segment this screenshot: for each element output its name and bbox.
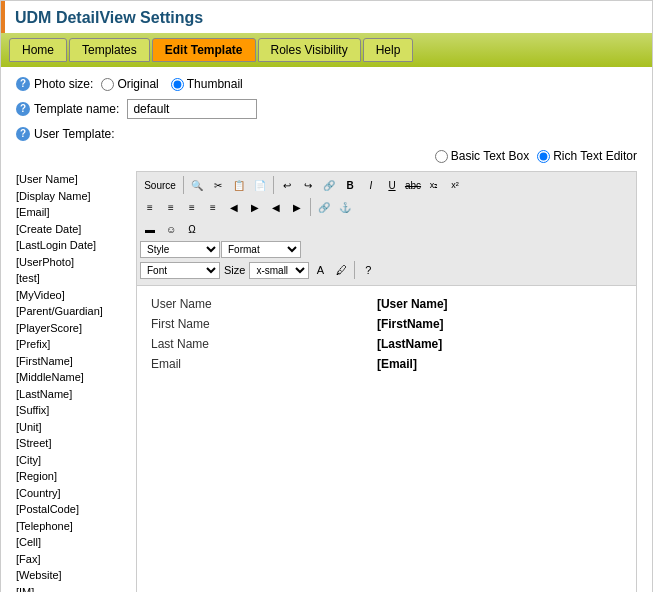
page-wrapper: UDM DetailView Settings HomeTemplatesEdi… — [0, 0, 653, 592]
field-item[interactable]: [Website] — [16, 567, 126, 584]
copy-btn[interactable]: 📋 — [229, 175, 249, 195]
photo-size-options: Original Thumbnail — [101, 77, 242, 91]
field-item[interactable]: [Region] — [16, 468, 126, 485]
field-item[interactable]: [Telephone] — [16, 518, 126, 535]
table-row: Last Name[LastName] — [145, 334, 628, 354]
field-item[interactable]: [Create Date] — [16, 221, 126, 238]
subscript-btn[interactable]: x₂ — [424, 175, 444, 195]
user-template-label: User Template: — [34, 127, 114, 141]
cut-btn[interactable]: ✂ — [208, 175, 228, 195]
field-item[interactable]: [Display Name] — [16, 188, 126, 205]
photo-size-help-icon[interactable]: ? — [16, 77, 30, 91]
field-item[interactable]: [Unit] — [16, 419, 126, 436]
search-btn[interactable]: 🔍 — [187, 175, 207, 195]
editor-mode-rich-radio[interactable] — [537, 150, 550, 163]
sep2 — [273, 176, 274, 194]
link-btn[interactable]: 🔗 — [319, 175, 339, 195]
outdent-btn[interactable]: ≡ — [182, 197, 202, 217]
table-row: User Name[User Name] — [145, 294, 628, 314]
font-select[interactable]: Font — [140, 262, 220, 279]
bold-btn[interactable]: B — [340, 175, 360, 195]
size-select[interactable]: x-small — [249, 262, 309, 279]
insert-link-btn[interactable]: 🔗 — [314, 197, 334, 217]
field-item[interactable]: [Cell] — [16, 534, 126, 551]
superscript-btn[interactable]: x² — [445, 175, 465, 195]
field-item[interactable]: [Country] — [16, 485, 126, 502]
field-list: [User Name][Display Name][Email][Create … — [16, 171, 126, 592]
nav-tab-roles-visibility[interactable]: Roles Visibility — [258, 38, 361, 62]
font-color-btn[interactable]: A — [310, 260, 330, 280]
field-item[interactable]: [FirstName] — [16, 353, 126, 370]
table-cell-value: [LastName] — [371, 334, 628, 354]
bg-color-btn[interactable]: 🖊 — [331, 260, 351, 280]
field-item[interactable]: [Street] — [16, 435, 126, 452]
photo-size-original-radio[interactable] — [101, 78, 114, 91]
template-name-input[interactable] — [127, 99, 257, 119]
nav-tab-edit-template[interactable]: Edit Template — [152, 38, 256, 62]
table-row: Email[Email] — [145, 354, 628, 374]
editor-body[interactable]: User Name[User Name]First Name[FirstName… — [137, 286, 636, 486]
underline-btn[interactable]: U — [382, 175, 402, 195]
size-label: Size — [224, 264, 245, 276]
nav-tab-templates[interactable]: Templates — [69, 38, 150, 62]
align-center-btn[interactable]: ▶ — [245, 197, 265, 217]
ul-btn[interactable]: ≡ — [161, 197, 181, 217]
editor-mode-row: Basic Text Box Rich Text Editor — [16, 149, 637, 163]
field-item[interactable]: [City] — [16, 452, 126, 469]
indent-btn[interactable]: ≡ — [203, 197, 223, 217]
ol-btn[interactable]: ≡ — [140, 197, 160, 217]
smiley-btn[interactable]: ☺ — [161, 219, 181, 239]
toolbar-row-2: ≡ ≡ ≡ ≡ ◀ ▶ ◀ ▶ 🔗 ⚓ — [140, 197, 633, 217]
align-right-btn[interactable]: ◀ — [266, 197, 286, 217]
photo-size-thumbnail-radio[interactable] — [171, 78, 184, 91]
template-name-label: Template name: — [34, 102, 119, 116]
sep4 — [354, 261, 355, 279]
hr-btn[interactable]: ▬ — [140, 219, 160, 239]
style-select[interactable]: Style — [140, 241, 220, 258]
italic-btn[interactable]: I — [361, 175, 381, 195]
template-name-help-icon[interactable]: ? — [16, 102, 30, 116]
editor-mode-basic-radio[interactable] — [435, 150, 448, 163]
field-item[interactable]: [LastLogin Date] — [16, 237, 126, 254]
field-item[interactable]: [Suffix] — [16, 402, 126, 419]
field-item[interactable]: [PostalCode] — [16, 501, 126, 518]
field-item[interactable]: [Fax] — [16, 551, 126, 568]
strikethrough-btn[interactable]: abc — [403, 175, 423, 195]
photo-size-row: ? Photo size: Original Thumbnail — [16, 77, 637, 91]
field-item[interactable]: [PlayerScore] — [16, 320, 126, 337]
field-item[interactable]: [MiddleName] — [16, 369, 126, 386]
template-name-row: ? Template name: — [16, 99, 637, 119]
undo-btn[interactable]: ↩ — [277, 175, 297, 195]
field-item[interactable]: [LastName] — [16, 386, 126, 403]
photo-size-thumbnail-option[interactable]: Thumbnail — [171, 77, 243, 91]
table-cell-label: First Name — [145, 314, 371, 334]
table-cell-value: [FirstName] — [371, 314, 628, 334]
help-editor-btn[interactable]: ? — [358, 260, 378, 280]
paste-btn[interactable]: 📄 — [250, 175, 270, 195]
field-item[interactable]: [Parent/Guardian] — [16, 303, 126, 320]
photo-size-original-label: Original — [117, 77, 158, 91]
align-left-btn[interactable]: ◀ — [224, 197, 244, 217]
source-btn[interactable]: Source — [140, 175, 180, 195]
special-char-btn[interactable]: Ω — [182, 219, 202, 239]
nav-tab-home[interactable]: Home — [9, 38, 67, 62]
field-item[interactable]: [test] — [16, 270, 126, 287]
align-justify-btn[interactable]: ▶ — [287, 197, 307, 217]
field-item[interactable]: [UserPhoto] — [16, 254, 126, 271]
photo-size-original-option[interactable]: Original — [101, 77, 158, 91]
editor-mode-rich-label: Rich Text Editor — [553, 149, 637, 163]
field-item[interactable]: [Email] — [16, 204, 126, 221]
editor-mode-rich-option[interactable]: Rich Text Editor — [537, 149, 637, 163]
editor-mode-basic-option[interactable]: Basic Text Box — [435, 149, 529, 163]
user-template-help-icon[interactable]: ? — [16, 127, 30, 141]
table-cell-label: User Name — [145, 294, 371, 314]
format-select[interactable]: Format — [221, 241, 301, 258]
field-item[interactable]: [MyVideo] — [16, 287, 126, 304]
field-item[interactable]: [User Name] — [16, 171, 126, 188]
field-item[interactable]: [Prefix] — [16, 336, 126, 353]
field-item[interactable]: [IM] — [16, 584, 126, 593]
anchor-btn[interactable]: ⚓ — [335, 197, 355, 217]
table-cell-value: [Email] — [371, 354, 628, 374]
redo-btn[interactable]: ↪ — [298, 175, 318, 195]
nav-tab-help[interactable]: Help — [363, 38, 414, 62]
